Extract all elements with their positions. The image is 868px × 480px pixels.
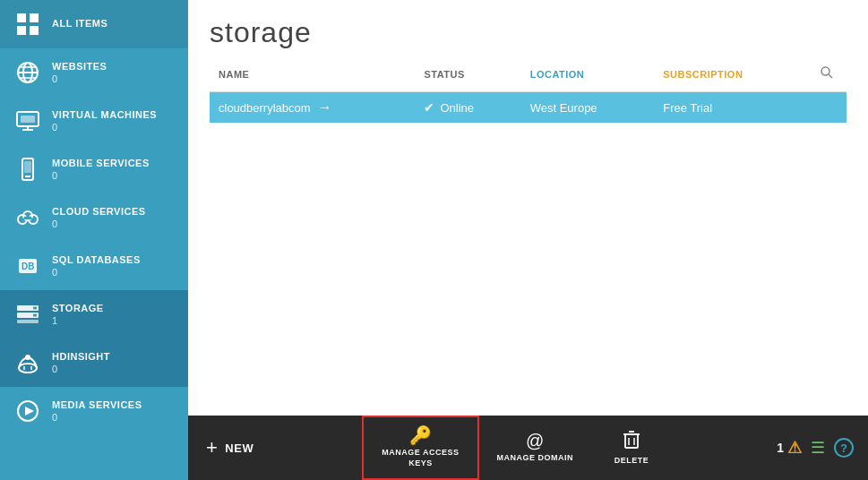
notification-count: 1 [777, 441, 784, 455]
sidebar-count-websites: 0 [52, 73, 107, 84]
bottom-bar: + NEW 🔑 MANAGE ACCESSKEYS @ MANAGE DOMAI… [188, 416, 868, 480]
sidebar-count-media-services: 0 [52, 412, 142, 423]
sidebar-item-mobile-services[interactable]: MOBILE SERVICES 0 [0, 145, 188, 193]
new-button[interactable]: + NEW [188, 416, 271, 480]
svg-point-32 [821, 67, 829, 75]
media-services-icon [13, 396, 43, 426]
sidebar-label-media-services: MEDIA SERVICES [52, 399, 142, 411]
manage-domain-button[interactable]: @ MANAGE DOMAIN [479, 416, 592, 480]
sidebar-label-hdinsight: HDINSIGHT [52, 351, 110, 363]
sql-databases-icon: DB [13, 251, 43, 281]
row-name: cloudberrylabcom [219, 101, 311, 115]
content-header: storage [188, 0, 868, 58]
row-location: West Europe [521, 92, 655, 124]
svg-rect-15 [24, 161, 31, 173]
svg-text:DB: DB [21, 261, 34, 271]
svg-rect-10 [21, 116, 35, 123]
bottom-right: 1 ⚠ ☰ ? [762, 438, 868, 458]
list-icon[interactable]: ☰ [811, 438, 825, 458]
sidebar-label-virtual-machines: VIRTUAL MACHINES [52, 109, 157, 121]
manage-domain-icon: @ [526, 432, 545, 450]
storage-icon [13, 299, 43, 330]
sidebar-label-sql-databases: SQL DATABASES [52, 254, 141, 266]
svg-point-27 [25, 355, 30, 360]
sidebar-label-all-items: ALL ITEMS [52, 18, 107, 30]
new-label: NEW [225, 441, 254, 455]
table-row[interactable]: cloudberrylabcom → ✔ Online West Europe … [210, 92, 847, 124]
sidebar-count-virtual-machines: 0 [52, 122, 157, 133]
manage-access-keys-button[interactable]: 🔑 MANAGE ACCESSKEYS [362, 416, 478, 480]
sidebar-count-sql-databases: 0 [52, 267, 141, 278]
svg-rect-3 [30, 26, 39, 35]
sidebar-count-storage: 1 [52, 315, 104, 326]
status-check-icon: ✔ [424, 100, 434, 115]
virtual-machines-icon [13, 106, 43, 136]
sidebar-item-cloud-services[interactable]: CLOUD SERVICES 0 [0, 193, 188, 242]
table-header-row: NAME STATUS LOCATION SUBSCRIPTION [210, 58, 847, 92]
svg-rect-25 [33, 314, 37, 317]
svg-line-33 [829, 74, 832, 78]
sidebar-item-websites[interactable]: WEBSITES 0 [0, 48, 188, 97]
sidebar-count-cloud-services: 0 [52, 219, 146, 229]
search-button[interactable] [816, 64, 838, 84]
row-status-cell: ✔ Online [415, 92, 520, 124]
sidebar-label-mobile-services: MOBILE SERVICES [52, 158, 150, 169]
delete-label: DELETE [614, 456, 649, 467]
notification-badge[interactable]: 1 ⚠ [777, 438, 802, 458]
svg-point-26 [19, 364, 37, 373]
svg-rect-23 [17, 320, 39, 323]
table-container: NAME STATUS LOCATION SUBSCRIPTION [188, 58, 868, 416]
sidebar-count-hdinsight: 0 [52, 364, 110, 374]
svg-rect-2 [17, 26, 26, 35]
col-search[interactable] [807, 58, 847, 92]
all-items-icon [13, 9, 43, 39]
row-arrow-icon: → [318, 99, 332, 116]
manage-access-keys-icon: 🔑 [409, 426, 433, 444]
sidebar-count-mobile-services: 0 [52, 170, 150, 181]
delete-button[interactable]: DELETE [591, 416, 672, 480]
row-subscription: Free Trial [654, 92, 807, 124]
warning-icon: ⚠ [787, 438, 802, 458]
sidebar-item-sql-databases[interactable]: DB SQL DATABASES 0 [0, 242, 188, 290]
help-label: ? [840, 441, 847, 455]
svg-rect-0 [17, 13, 26, 22]
svg-rect-34 [625, 434, 638, 448]
col-subscription: SUBSCRIPTION [654, 58, 807, 92]
sidebar-label-cloud-services: CLOUD SERVICES [52, 206, 146, 218]
sidebar: ALL ITEMS WEBSITES 0 [0, 0, 188, 480]
bottom-actions: 🔑 MANAGE ACCESSKEYS @ MANAGE DOMAIN [271, 416, 762, 480]
storage-table: NAME STATUS LOCATION SUBSCRIPTION [210, 58, 847, 123]
svg-rect-24 [33, 307, 37, 310]
delete-icon [623, 430, 640, 452]
sidebar-item-media-services[interactable]: MEDIA SERVICES 0 [0, 387, 188, 435]
row-name-cell: cloudberrylabcom → [210, 92, 415, 124]
col-status: STATUS [415, 58, 520, 92]
sidebar-label-websites: WEBSITES [52, 61, 107, 73]
col-name: NAME [210, 58, 415, 92]
hdinsight-icon [13, 347, 43, 378]
svg-rect-1 [30, 13, 39, 22]
row-status: Online [440, 101, 474, 115]
manage-access-keys-label: MANAGE ACCESSKEYS [382, 448, 459, 468]
sidebar-item-storage[interactable]: STORAGE 1 [0, 290, 188, 339]
websites-icon [13, 57, 43, 88]
help-icon[interactable]: ? [834, 438, 854, 458]
new-plus-icon: + [206, 438, 218, 458]
content-area: storage NAME STATUS LOCATION SUBSCRIPTIO… [188, 0, 868, 480]
sidebar-label-storage: STORAGE [52, 303, 104, 314]
row-empty [807, 92, 847, 124]
col-location: LOCATION [521, 58, 655, 92]
manage-domain-label: MANAGE DOMAIN [497, 453, 574, 464]
mobile-services-icon [13, 154, 43, 184]
cloud-services-icon [13, 202, 43, 233]
sidebar-item-virtual-machines[interactable]: VIRTUAL MACHINES 0 [0, 97, 188, 145]
sidebar-item-all-items[interactable]: ALL ITEMS [0, 0, 188, 48]
page-title: storage [210, 16, 847, 49]
svg-marker-31 [25, 407, 34, 416]
sidebar-item-hdinsight[interactable]: HDINSIGHT 0 [0, 339, 188, 387]
